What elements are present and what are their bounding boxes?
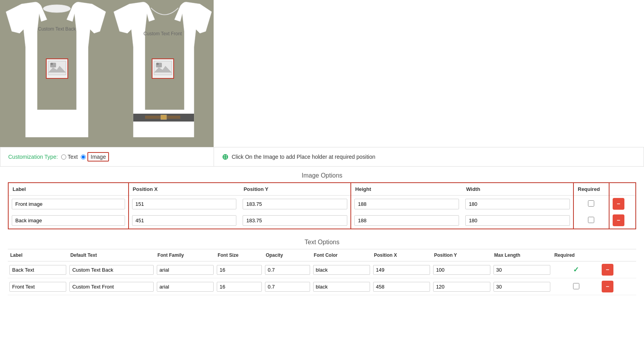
- img-width-input-0[interactable]: [465, 199, 570, 209]
- txt-required-checkbox-1[interactable]: [573, 283, 579, 289]
- txt-remove-btn-1[interactable]: [602, 281, 613, 292]
- txt-maxlen-input-1[interactable]: [493, 282, 550, 292]
- img-label-input-0[interactable]: [12, 199, 125, 209]
- image-options-row: [8, 212, 636, 229]
- txt-default-input-1[interactable]: [69, 282, 153, 292]
- click-instruction: ⊕ Click On the Image to add Place holder…: [214, 147, 644, 166]
- img-posx-input-0[interactable]: [132, 199, 237, 209]
- image-radio-input[interactable]: [81, 154, 86, 160]
- img-remove-btn-0[interactable]: [613, 198, 624, 210]
- svg-rect-20: [617, 220, 620, 221]
- svg-rect-16: [161, 115, 167, 120]
- image-radio-label[interactable]: Image: [87, 152, 109, 162]
- txt-label-input-1[interactable]: [9, 282, 66, 292]
- svg-point-1: [43, 5, 71, 13]
- img-col-label: Label: [8, 183, 129, 196]
- svg-text:Custom Text Back: Custom Text Back: [38, 26, 76, 32]
- txt-fontsize-input-1[interactable]: [217, 282, 262, 292]
- txt-col-opacity: Opacity: [263, 249, 312, 261]
- txt-required-check-0: ✓: [573, 266, 579, 274]
- img-remove-btn-1[interactable]: [613, 214, 624, 226]
- txt-fontsize-input-0[interactable]: [217, 265, 262, 275]
- img-col-width: Width: [462, 183, 573, 196]
- text-options-row: ✓: [8, 261, 636, 278]
- txt-col-action: [600, 249, 636, 261]
- txt-fontfamily-input-0[interactable]: [157, 265, 214, 275]
- svg-rect-22: [606, 269, 609, 270]
- img-width-input-1[interactable]: [465, 215, 570, 226]
- image-options-title: Image Options: [8, 167, 636, 182]
- text-radio-option[interactable]: Text: [61, 154, 78, 160]
- img-posy-input-0[interactable]: [243, 199, 347, 209]
- img-label-input-1[interactable]: [12, 215, 125, 226]
- txt-fontcolor-input-1[interactable]: [313, 282, 370, 292]
- customization-type-section: Customization Type: Text Image: [0, 147, 214, 166]
- text-options-row: [8, 278, 636, 295]
- img-col-posy: Position Y: [239, 183, 351, 196]
- img-height-input-0[interactable]: [354, 199, 459, 209]
- img-posy-input-1[interactable]: [243, 215, 347, 226]
- svg-rect-24: [606, 286, 609, 287]
- img-col-required: Required: [573, 183, 609, 196]
- svg-rect-18: [617, 203, 620, 204]
- image-options-table: Label Position X Position Y Height Width…: [8, 182, 636, 229]
- txt-col-default: Default Text: [68, 249, 155, 261]
- txt-maxlen-input-0[interactable]: [493, 265, 550, 275]
- txt-col-posx: Position X: [372, 249, 432, 261]
- svg-point-13: [156, 63, 159, 65]
- svg-text:Custom Text Front: Custom Text Front: [143, 31, 182, 36]
- instruction-text: Click On the Image to add Place holder a…: [232, 154, 376, 160]
- plus-icon: ⊕: [222, 152, 229, 162]
- text-radio-label[interactable]: Text: [68, 154, 78, 160]
- img-required-checkbox-0[interactable]: [588, 200, 594, 207]
- text-options-table: Label Default Text Font Family Font Size…: [8, 249, 636, 295]
- text-options-title: Text Options: [8, 233, 636, 249]
- image-options-row: [8, 196, 636, 212]
- txt-opacity-input-1[interactable]: [265, 282, 310, 292]
- txt-posy-input-1[interactable]: [433, 282, 490, 292]
- customization-type-label: Customization Type:: [8, 154, 58, 160]
- txt-default-input-0[interactable]: [69, 265, 153, 275]
- svg-point-7: [51, 63, 53, 65]
- txt-posy-input-0[interactable]: [433, 265, 490, 275]
- txt-posx-input-1[interactable]: [373, 282, 430, 292]
- image-radio-option[interactable]: Image: [81, 152, 109, 162]
- txt-col-maxlen: Max Length: [492, 249, 552, 261]
- img-height-input-1[interactable]: [354, 215, 459, 226]
- txt-col-fontsize: Font Size: [215, 249, 263, 261]
- txt-col-required: Required: [552, 249, 600, 261]
- txt-posx-input-0[interactable]: [373, 265, 430, 275]
- txt-col-label: Label: [8, 249, 68, 261]
- img-required-checkbox-1[interactable]: [588, 217, 594, 223]
- txt-remove-btn-0[interactable]: [602, 264, 613, 276]
- img-col-height: Height: [351, 183, 462, 196]
- text-radio-input[interactable]: [61, 154, 66, 160]
- txt-opacity-input-0[interactable]: [265, 265, 310, 275]
- txt-fontfamily-input-1[interactable]: [157, 282, 214, 292]
- txt-label-input-0[interactable]: [9, 265, 66, 275]
- img-posx-input-1[interactable]: [132, 215, 237, 226]
- img-col-action: [609, 183, 636, 196]
- txt-fontcolor-input-0[interactable]: [313, 265, 370, 275]
- txt-col-fontfamily: Font Family: [155, 249, 215, 261]
- img-col-posx: Position X: [129, 183, 240, 196]
- txt-col-posy: Position Y: [432, 249, 492, 261]
- txt-col-fontcolor: Font Color: [312, 249, 372, 261]
